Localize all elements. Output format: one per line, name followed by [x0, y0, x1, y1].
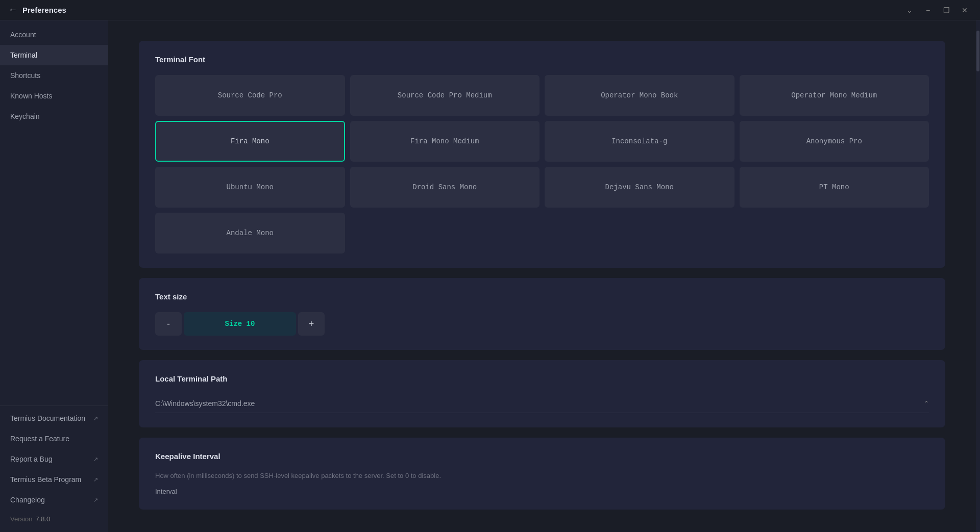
font-card-droid-sans-mono[interactable]: Droid Sans Mono: [350, 167, 540, 208]
keepalive-description: How often (in milliseconds) to send SSH-…: [155, 472, 929, 479]
path-value: C:\Windows\system32\cmd.exe: [155, 399, 924, 408]
text-size-section: Text size - Size 10 +: [139, 278, 945, 350]
titlebar: ← Preferences ⌄ − ❐ ✕: [0, 0, 980, 20]
sidebar-item-keychain[interactable]: Keychain: [0, 106, 108, 126]
increase-size-button[interactable]: +: [298, 312, 325, 336]
close-button[interactable]: ✕: [958, 3, 972, 17]
chevron-down-icon[interactable]: ⌄: [902, 3, 917, 17]
sidebar-item-known-hosts[interactable]: Known Hosts: [0, 86, 108, 106]
sidebar-item-label: Changelog: [10, 496, 45, 504]
font-card-source-code-pro-medium[interactable]: Source Code Pro Medium: [350, 75, 540, 116]
sidebar-item-label: Known Hosts: [10, 92, 52, 100]
sidebar-item-shortcuts[interactable]: Shortcuts: [0, 65, 108, 86]
main-layout: Account Terminal Shortcuts Known Hosts K…: [0, 20, 980, 532]
font-card-ubuntu-mono[interactable]: Ubuntu Mono: [155, 167, 345, 208]
text-size-title: Text size: [155, 292, 929, 301]
local-terminal-section: Local Terminal Path C:\Windows\system32\…: [139, 360, 945, 427]
font-card-anonymous-pro[interactable]: Anonymous Pro: [740, 121, 929, 162]
sidebar-item-label: Termius Documentation: [10, 414, 85, 422]
font-card-source-code-pro[interactable]: Source Code Pro: [155, 75, 345, 116]
external-link-icon: ↗: [93, 476, 98, 483]
interval-label: Interval: [155, 488, 929, 495]
sidebar: Account Terminal Shortcuts Known Hosts K…: [0, 20, 108, 532]
font-card-operator-mono-book[interactable]: Operator Mono Book: [545, 75, 734, 116]
keepalive-section: Keepalive Interval How often (in millise…: [139, 438, 945, 510]
minimize-button[interactable]: −: [921, 3, 935, 17]
local-terminal-title: Local Terminal Path: [155, 374, 929, 383]
sidebar-item-request-feature[interactable]: Request a Feature: [0, 428, 108, 449]
sidebar-item-report-bug[interactable]: Report a Bug ↗: [0, 449, 108, 469]
font-card-fira-mono[interactable]: Fira Mono: [155, 121, 345, 162]
font-card-pt-mono[interactable]: PT Mono: [740, 167, 929, 208]
sidebar-item-account[interactable]: Account: [0, 24, 108, 45]
sidebar-item-beta-program[interactable]: Termius Beta Program ↗: [0, 469, 108, 490]
keepalive-title: Keepalive Interval: [155, 452, 929, 461]
path-select-row[interactable]: C:\Windows\system32\cmd.exe ⌃: [155, 394, 929, 413]
sidebar-bottom: Termius Documentation ↗ Request a Featur…: [0, 406, 108, 528]
sidebar-item-label: Account: [10, 31, 36, 39]
chevron-up-icon: ⌃: [924, 400, 929, 407]
sidebar-item-label: Shortcuts: [10, 71, 40, 80]
restore-button[interactable]: ❐: [939, 3, 953, 17]
font-card-dejavu-sans-mono[interactable]: Dejavu Sans Mono: [545, 167, 734, 208]
scrollbar-thumb: [976, 31, 979, 71]
back-icon[interactable]: ←: [8, 5, 17, 15]
sidebar-item-label: Request a Feature: [10, 435, 69, 443]
sidebar-item-label: Termius Beta Program: [10, 475, 81, 484]
content-area: Terminal Font Source Code ProSource Code…: [108, 20, 976, 532]
sidebar-item-label: Keychain: [10, 112, 40, 120]
external-link-icon: ↗: [93, 497, 98, 503]
version-number: 7.8.0: [35, 515, 50, 523]
version-label: Version: [10, 515, 32, 523]
titlebar-controls: ⌄ − ❐ ✕: [902, 3, 972, 17]
external-link-icon: ↗: [93, 456, 98, 463]
decrease-size-button[interactable]: -: [155, 312, 182, 336]
size-display: Size 10: [184, 312, 296, 336]
sidebar-item-changelog[interactable]: Changelog ↗: [0, 490, 108, 510]
external-link-icon: ↗: [93, 415, 98, 422]
sidebar-item-label: Terminal: [10, 51, 37, 59]
font-grid: Source Code ProSource Code Pro MediumOpe…: [155, 75, 929, 254]
scrollbar-track[interactable]: [976, 20, 980, 532]
font-card-operator-mono-medium[interactable]: Operator Mono Medium: [740, 75, 929, 116]
sidebar-item-termius-docs[interactable]: Termius Documentation ↗: [0, 408, 108, 428]
text-size-row: - Size 10 +: [155, 312, 929, 336]
version-info: Version 7.8.0: [0, 510, 108, 528]
titlebar-left: ← Preferences: [8, 5, 66, 15]
font-card-inconsolata-g[interactable]: Inconsolata-g: [545, 121, 734, 162]
titlebar-title: Preferences: [22, 6, 66, 14]
font-card-fira-mono-medium[interactable]: Fira Mono Medium: [350, 121, 540, 162]
font-section: Terminal Font Source Code ProSource Code…: [139, 41, 945, 268]
font-card-andale-mono[interactable]: Andale Mono: [155, 213, 345, 254]
font-section-title: Terminal Font: [155, 55, 929, 64]
sidebar-item-label: Report a Bug: [10, 455, 53, 463]
sidebar-item-terminal[interactable]: Terminal: [0, 45, 108, 65]
